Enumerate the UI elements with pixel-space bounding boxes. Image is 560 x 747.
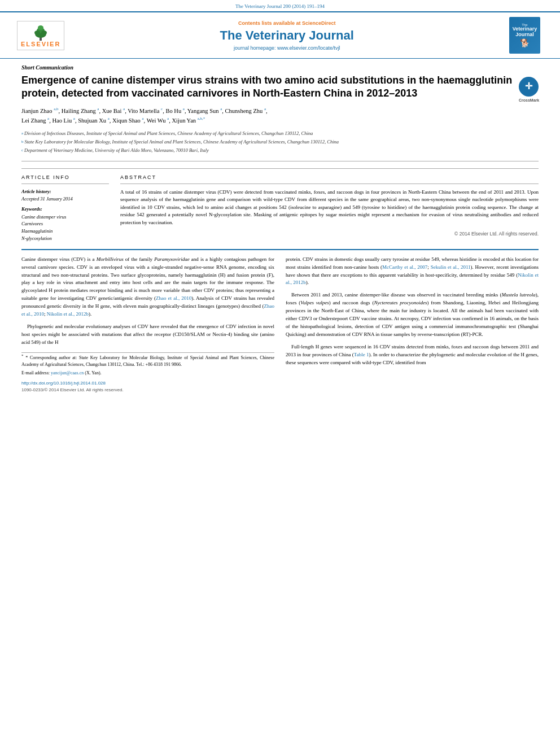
copyright-bottom: 1090-0233/© 2014 Elsevier Ltd. All right… [21, 387, 274, 394]
body-text-area: Canine distemper virus (CDV) is a Morbil… [21, 256, 539, 394]
body-para-right-2: Between 2011 and 2013, canine distemper-… [286, 291, 539, 339]
page: The Veterinary Journal 200 (2014) 191–19… [0, 0, 560, 747]
elsevier-logo: ELSEVIER [17, 21, 64, 50]
vet-journal-logo-area: The VeterinaryJournal 🐕 [509, 17, 543, 54]
divider [21, 184, 109, 184]
dog-icon: 🐕 [520, 38, 530, 47]
affil-text-a: Division of Infectious Diseases, Institu… [24, 130, 313, 137]
email-line: E-mail address: yancijun@caas.cn (X. Yan… [21, 370, 274, 377]
sup-a7: a [47, 116, 49, 121]
svg-point-5 [41, 30, 47, 35]
abstract-copyright: © 2014 Elsevier Ltd. All rights reserved… [120, 231, 539, 237]
journal-reference-text: The Veterinary Journal 200 (2014) 191–19… [235, 3, 325, 9]
keywords-section: Keywords: Canine distemper virus Carnivo… [21, 206, 109, 242]
body-col-right: protein. CDV strains in domestic dogs us… [286, 256, 539, 394]
crossmark-badge: ✛ CrossMark [519, 77, 539, 97]
logo-vet: VeterinaryJournal [513, 27, 537, 38]
crossmark-label: CrossMark [519, 98, 539, 103]
sup-a: a,b [54, 107, 58, 111]
ref-nikolin-2012b-2[interactable]: Nikolin et al., 2012b [286, 272, 539, 286]
footnote-area: * * Corresponding author at: State Key L… [21, 352, 274, 377]
doi-url1[interactable]: http://dx.doi.org/10.1016/j.tvjl.2014.01… [21, 380, 274, 387]
sup-a9: a [108, 116, 110, 121]
affiliations-section: a Division of Infectious Diseases, Insti… [21, 130, 539, 161]
homepage-url[interactable]: www.elsevier.com/locate/tvjl [277, 45, 340, 51]
abstract-paragraph: A total of 16 strains of canine distempe… [120, 189, 539, 227]
elsevier-tree-icon [29, 24, 52, 41]
email-address[interactable]: yancijun@caas.cn [51, 370, 84, 375]
footnote-text: * * Corresponding author at: State Key L… [21, 353, 274, 368]
affil-sup-b: b [21, 139, 24, 145]
keyword-4: N-glycosylation [21, 235, 109, 242]
body-para-right-3: Full-length H genes were sequenced in 16… [286, 343, 539, 367]
affil-text-c: Department of Veterinary Medicine, Unive… [24, 147, 209, 154]
affil-sup-c: c [21, 147, 23, 154]
crossmark-icon: ✛ [519, 77, 539, 97]
accepted-date: Accepted 31 January 2014 [21, 196, 109, 202]
abstract-col: ABSTRACT A total of 16 strains of canine… [120, 174, 539, 242]
article-type: Short Communication [21, 64, 539, 71]
keyword-3: Haemagglutinin [21, 228, 109, 235]
keywords-label: Keywords: [21, 206, 109, 212]
footnote-body: * Corresponding author at: State Key Lab… [21, 355, 274, 367]
contents-prefix: Contents lists available at [238, 20, 302, 26]
ref-sekulin[interactable]: Sekulin et al., 2011 [431, 264, 471, 270]
email-label: E-mail address: [21, 370, 50, 375]
sup-c: c [161, 107, 163, 111]
sup-a10: a [142, 116, 143, 121]
affil-text-b: State Key Laboratory for Molecular Biolo… [25, 138, 339, 146]
affil-sup-a: a [21, 130, 23, 137]
article-title-text: Emergence of canine distemper virus stra… [21, 74, 519, 101]
affil-line-a: a Division of Infectious Diseases, Insti… [21, 130, 539, 137]
journal-info-center: Contents lists available at ScienceDirec… [64, 20, 509, 51]
body-col-left: Canine distemper virus (CDV) is a Morbil… [21, 256, 274, 394]
elsevier-logo-area: ELSEVIER [17, 21, 64, 50]
affil-line-b: b State Key Laboratory for Molecular Bio… [21, 138, 539, 146]
abstract-divider [120, 184, 539, 184]
svg-point-4 [34, 30, 40, 35]
body-para-right-1: protein. CDV strains in domestic dogs us… [286, 256, 539, 287]
sup-a4: a [183, 107, 185, 111]
sup-a8: a [73, 116, 75, 121]
section-separator [21, 249, 539, 250]
main-content: Short Communication Emergence of canine … [0, 59, 560, 399]
article-title-area: Emergence of canine distemper virus stra… [21, 74, 539, 101]
article-info-label: ARTICLE INFO [21, 174, 109, 180]
sciencedirect-line: Contents lists available at ScienceDirec… [64, 20, 509, 26]
affil-line-c: c Department of Veterinary Medicine, Uni… [21, 147, 539, 154]
abstract-label: ABSTRACT [120, 174, 539, 180]
sup-a2: a [97, 107, 99, 111]
sup-ab-star: a,b,* [198, 116, 205, 121]
email-suffix: (X. Yan). [84, 370, 101, 375]
abstract-text: A total of 16 strains of canine distempe… [120, 189, 539, 227]
journal-header: ELSEVIER Contents lists available at Sci… [0, 11, 560, 59]
ref-mccarthy[interactable]: McCarthy et al., 2007 [382, 264, 427, 270]
sup-a5: a [220, 107, 222, 111]
body-para-1: Canine distemper virus (CDV) is a Morbil… [21, 256, 274, 319]
ref-zhao-2010[interactable]: Zhao et al., 2010 [156, 295, 191, 301]
journal-reference-bar: The Veterinary Journal 200 (2014) 191–19… [0, 0, 560, 11]
history-label: Article history: [21, 189, 109, 194]
keyword-1: Canine distemper virus [21, 213, 109, 221]
authors-line: Jianjun Zhao a,b, Hailing Zhang a, Xue B… [21, 106, 539, 126]
svg-point-3 [38, 25, 43, 30]
sup-a6: a [264, 107, 266, 111]
journal-title-header: The Veterinary Journal [64, 28, 509, 43]
ref-nikolin-2012b[interactable]: Nikolin et al., 2012b [47, 311, 89, 317]
doi-area: http://dx.doi.org/10.1016/j.tvjl.2014.01… [21, 380, 274, 394]
article-info-abstract-row: ARTICLE INFO Article history: Accepted 3… [21, 168, 539, 242]
homepage-prefix: journal homepage: [234, 45, 277, 51]
sup-a11: a [167, 116, 169, 121]
elsevier-wordmark: ELSEVIER [21, 41, 60, 47]
sup-a3: a [123, 107, 125, 111]
journal-homepage: journal homepage: www.elsevier.com/locat… [64, 45, 509, 51]
vet-journal-logo: The VeterinaryJournal 🐕 [509, 17, 540, 54]
keyword-2: Carnivores [21, 220, 109, 228]
sciencedirect-link[interactable]: ScienceDirect [302, 20, 336, 26]
footnote-star-icon: * [21, 353, 24, 358]
body-para-2: Phylogenetic and molecular evolutionary … [21, 323, 274, 347]
article-info-col: ARTICLE INFO Article history: Accepted 3… [21, 174, 109, 242]
ref-table1[interactable]: Table 1 [354, 352, 369, 357]
